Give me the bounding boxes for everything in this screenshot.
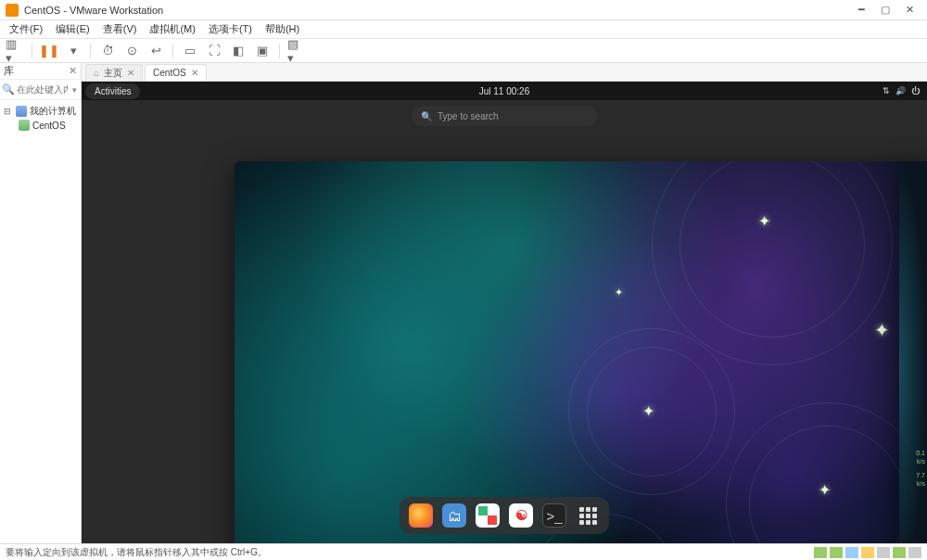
status-device-icon[interactable] bbox=[830, 547, 843, 558]
status-device-icon[interactable] bbox=[845, 547, 858, 558]
computer-icon bbox=[16, 106, 27, 117]
toolbar-more-button[interactable]: ▧ ▾ bbox=[287, 42, 306, 60]
home-icon: ⌂ bbox=[94, 68, 99, 78]
menu-vm[interactable]: 虚拟机(M) bbox=[144, 20, 201, 38]
search-icon: 🔍 bbox=[421, 111, 432, 121]
power-dropdown-button[interactable]: ▾ bbox=[64, 42, 83, 60]
tab-centos-close[interactable]: ✕ bbox=[191, 68, 198, 78]
stretch-button[interactable]: ▣ bbox=[253, 42, 272, 60]
library-tree: ⊟ 我的计算机 CentOS bbox=[0, 100, 81, 135]
status-hint: 要将输入定向到该虚拟机，请将鼠标指针移入其中或按 Ctrl+G。 bbox=[6, 546, 267, 559]
tab-home[interactable]: ⌂ 主页 ✕ bbox=[85, 64, 143, 81]
toolbar: ▥ ▾ ❚❚ ▾ ⏱ ⊙ ↩ ▭ ⛶ ◧ ▣ ▧ ▾ bbox=[0, 39, 927, 63]
maximize-button[interactable]: ▢ bbox=[873, 2, 897, 19]
tab-home-label: 主页 bbox=[104, 67, 122, 80]
power-icon: ⏻ bbox=[911, 86, 920, 95]
dock-help[interactable]: ☯ bbox=[509, 503, 533, 528]
pause-button[interactable]: ❚❚ bbox=[40, 42, 58, 60]
gnome-top-bar: Activities Jul 11 00:26 ⇅ 🔊 ⏻ bbox=[82, 82, 927, 100]
window-titlebar: CentOS - VMware Workstation ━ ▢ ✕ bbox=[0, 0, 927, 20]
tree-item-label: CentOS bbox=[32, 121, 66, 131]
tree-root-my-computer[interactable]: ⊟ 我的计算机 bbox=[2, 104, 79, 119]
gnome-search-bar[interactable]: 🔍 Type to search bbox=[412, 106, 597, 126]
status-device-icon[interactable] bbox=[861, 547, 874, 558]
menu-view[interactable]: 查看(V) bbox=[97, 20, 143, 38]
workspace-preview[interactable]: ✦ ✦ ✦ ✦ ✦ bbox=[235, 161, 927, 543]
sidebar-title: 库 bbox=[4, 64, 14, 78]
status-bar: 要将输入定向到该虚拟机，请将鼠标指针移入其中或按 Ctrl+G。 bbox=[0, 543, 927, 560]
dock-firefox[interactable] bbox=[409, 503, 433, 528]
tab-centos-label: CentOS bbox=[153, 68, 186, 78]
tab-strip: ⌂ 主页 ✕ CentOS ✕ bbox=[82, 63, 927, 82]
network-icon: ⇅ bbox=[883, 86, 890, 95]
sidebar-search-input[interactable] bbox=[17, 84, 68, 95]
gnome-dock: 🗂 ☯ >_ bbox=[400, 497, 609, 534]
vm-icon bbox=[19, 120, 30, 131]
network-gauge: 0.1k/s 7.7k/s bbox=[916, 449, 925, 488]
sidebar-close-button[interactable]: ✕ bbox=[69, 65, 77, 77]
menu-help[interactable]: 帮助(H) bbox=[260, 20, 305, 38]
gnome-system-tray[interactable]: ⇅ 🔊 ⏻ bbox=[883, 86, 920, 95]
gnome-search-placeholder: Type to search bbox=[438, 111, 499, 121]
menu-file[interactable]: 文件(F) bbox=[4, 20, 48, 38]
snapshot-button[interactable]: ⏱ bbox=[98, 42, 117, 60]
content-area: ⌂ 主页 ✕ CentOS ✕ Activities Jul 11 00:26 … bbox=[82, 63, 927, 543]
expand-icon: ⊟ bbox=[4, 107, 13, 116]
tree-item-centos[interactable]: CentOS bbox=[2, 119, 79, 132]
tab-centos[interactable]: CentOS ✕ bbox=[145, 64, 207, 81]
dock-show-apps[interactable] bbox=[576, 503, 600, 528]
library-toggle-button[interactable]: ▥ ▾ bbox=[6, 42, 24, 60]
minimize-button[interactable]: ━ bbox=[849, 2, 873, 19]
status-device-icon[interactable] bbox=[908, 547, 921, 558]
sidebar-search: 🔍 ▾ bbox=[0, 80, 81, 100]
revert-button[interactable]: ↩ bbox=[146, 42, 165, 60]
window-title: CentOS - VMware Workstation bbox=[24, 5, 849, 16]
gnome-clock[interactable]: Jul 11 00:26 bbox=[479, 86, 530, 96]
status-device-icon[interactable] bbox=[814, 547, 827, 558]
menu-bar: 文件(F) 编辑(E) 查看(V) 虚拟机(M) 选项卡(T) 帮助(H) bbox=[0, 20, 927, 39]
menu-edit[interactable]: 编辑(E) bbox=[50, 20, 95, 38]
vm-viewport[interactable]: Activities Jul 11 00:26 ⇅ 🔊 ⏻ 🔍 Type to … bbox=[82, 82, 927, 543]
fit-guest-button[interactable]: ▭ bbox=[181, 42, 199, 60]
wallpaper-nebula: ✦ ✦ ✦ ✦ ✦ bbox=[235, 161, 927, 543]
unity-button[interactable]: ◧ bbox=[229, 42, 248, 60]
tab-home-close[interactable]: ✕ bbox=[127, 68, 134, 78]
library-sidebar: 库 ✕ 🔍 ▾ ⊟ 我的计算机 CentOS bbox=[0, 63, 82, 543]
close-button[interactable]: ✕ bbox=[897, 2, 921, 19]
search-icon: 🔍 bbox=[0, 83, 17, 95]
fullscreen-button[interactable]: ⛶ bbox=[205, 42, 223, 60]
tree-root-label: 我的计算机 bbox=[30, 105, 76, 118]
status-device-icon[interactable] bbox=[893, 547, 906, 558]
app-icon bbox=[6, 4, 19, 17]
search-dropdown-button[interactable]: ▾ bbox=[68, 85, 81, 95]
menu-tabs[interactable]: 选项卡(T) bbox=[203, 20, 258, 38]
snapshot-manager-button[interactable]: ⊙ bbox=[122, 42, 141, 60]
volume-icon: 🔊 bbox=[895, 86, 906, 95]
dock-software[interactable] bbox=[476, 503, 500, 528]
gnome-activities-button[interactable]: Activities bbox=[85, 83, 140, 99]
status-device-icon[interactable] bbox=[877, 547, 890, 558]
dock-files[interactable]: 🗂 bbox=[442, 503, 466, 528]
dock-terminal[interactable]: >_ bbox=[542, 503, 566, 528]
